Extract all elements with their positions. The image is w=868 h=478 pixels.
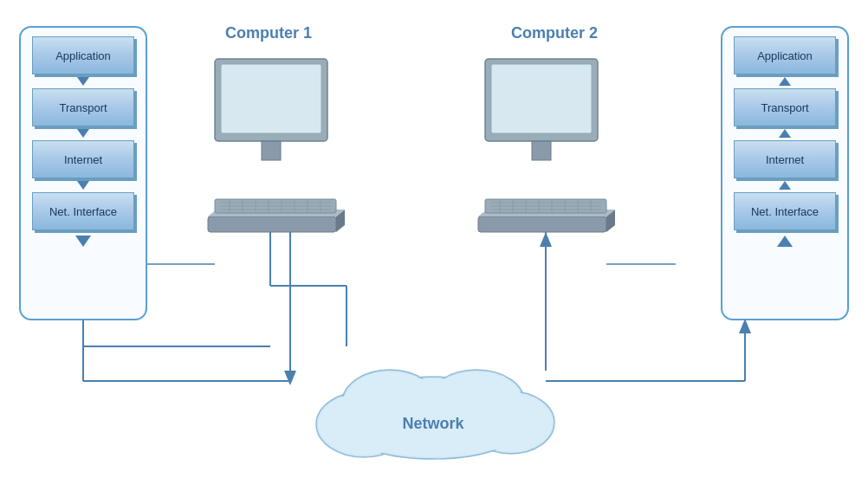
- svg-point-39: [429, 370, 524, 432]
- svg-point-41: [351, 407, 515, 459]
- svg-point-36: [360, 377, 507, 455]
- right-application-layer: Application: [734, 36, 836, 74]
- svg-point-44: [344, 371, 436, 434]
- svg-rect-1: [221, 64, 321, 133]
- right-transport-layer: Transport: [734, 88, 836, 126]
- svg-marker-5: [208, 210, 345, 216]
- left-netinterface-layer: Net. Interface: [32, 192, 134, 230]
- svg-rect-19: [491, 64, 592, 133]
- svg-point-38: [342, 370, 437, 436]
- network-label: Network: [402, 415, 464, 432]
- svg-marker-63: [739, 319, 751, 333]
- computer1-title: Computer 1: [199, 24, 338, 42]
- left-application-layer: Application: [32, 36, 134, 74]
- network-cloud: Network: [316, 370, 554, 459]
- svg-marker-22: [606, 210, 615, 232]
- svg-marker-4: [336, 210, 345, 232]
- left-arrow-1: [77, 77, 89, 86]
- left-arrow-2: [77, 129, 89, 138]
- svg-marker-58: [540, 232, 552, 247]
- svg-point-43: [318, 393, 410, 455]
- svg-rect-18: [485, 59, 598, 141]
- right-protocol-stack: Application Transport Internet Net. Inte…: [721, 26, 849, 320]
- right-internet-layer: Internet: [734, 140, 836, 178]
- left-protocol-stack: Application Transport Internet Net. Inte…: [19, 26, 147, 320]
- svg-rect-2: [262, 141, 281, 160]
- svg-point-45: [431, 371, 522, 430]
- svg-rect-20: [532, 141, 551, 160]
- right-arrow-2: [779, 129, 791, 138]
- svg-rect-21: [478, 216, 606, 232]
- svg-rect-0: [215, 59, 327, 141]
- computer2-title: Computer 2: [485, 24, 624, 42]
- right-netinterface-layer: Net. Interface: [734, 192, 836, 230]
- svg-rect-6: [215, 199, 336, 213]
- left-transport-layer: Transport: [32, 88, 134, 126]
- left-arrow-3: [77, 181, 89, 190]
- right-arrow-3: [779, 181, 791, 190]
- svg-point-37: [316, 391, 411, 457]
- right-arrow-bottom: [777, 236, 793, 247]
- left-internet-layer: Internet: [32, 140, 134, 178]
- svg-marker-56: [284, 371, 296, 385]
- svg-rect-3: [208, 216, 336, 232]
- svg-point-42: [361, 378, 505, 453]
- svg-point-40: [468, 391, 554, 454]
- right-arrow-1: [779, 77, 791, 86]
- svg-marker-23: [478, 210, 615, 216]
- svg-point-46: [470, 393, 553, 452]
- svg-point-47: [353, 409, 514, 457]
- svg-rect-24: [485, 199, 606, 213]
- left-arrow-bottom: [75, 236, 91, 247]
